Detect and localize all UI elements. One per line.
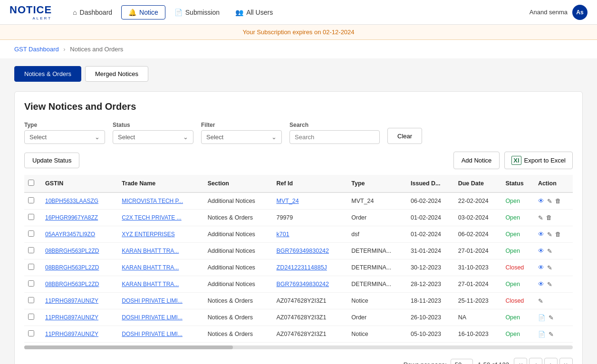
trade-name-link[interactable]: DOSHI PRIVATE LIMI... [122,314,183,321]
breadcrumb-home[interactable]: GST Dashboard [14,46,59,53]
gstin-link[interactable]: 08BBRGH563PL2ZD [45,281,99,287]
view-icon[interactable]: 👁 [538,248,544,254]
row-checkbox[interactable] [28,230,34,237]
select-all-checkbox[interactable] [28,180,34,186]
edit-icon[interactable]: ✎ [549,314,554,321]
trade-name-link[interactable]: MICROVISTA TECH P... [122,198,183,204]
pdf-icon[interactable]: 📄 [538,331,546,338]
notices-table-wrapper: GSTIN Trade Name Section Ref Id Type Iss… [24,175,573,343]
action-icons: ✎ [538,297,569,305]
th-type: Type [347,175,407,192]
issued-date-cell: 26-10-2023 [407,309,454,326]
first-page-button[interactable]: ‹‹ [514,358,527,364]
due-date-cell: 25-11-2023 [454,293,502,309]
edit-icon[interactable]: ✎ [547,198,552,205]
rows-per-page-select[interactable]: 50 ⌄ [451,359,473,364]
gstin-link[interactable]: 11PRHG897AUNIZY [45,297,98,304]
trade-name-link[interactable]: C2X TECH PRIVATE ... [122,214,181,221]
nav-all-users[interactable]: 👥 All Users [229,6,279,19]
trade-name-link[interactable]: KARAN BHATT TRA... [122,248,179,254]
export-excel-button[interactable]: X​l Export to Excel [504,152,573,169]
nav-dashboard-label: Dashboard [80,9,113,16]
delete-icon[interactable]: 🗑 [555,231,561,238]
gstin-link[interactable]: 10BPH5633LAASZG [45,198,98,204]
prev-page-button[interactable]: ‹ [529,358,542,364]
trade-name-link[interactable]: XYZ ENTERPRISES [122,231,174,238]
ref-id-link[interactable]: BGR769349830242 [277,248,329,254]
trade-name-link[interactable]: KARAN BHATT TRA... [122,281,179,287]
gstin-link[interactable]: 08BBRGH563PL2ZD [45,248,99,254]
row-checkbox[interactable] [28,330,34,336]
search-input-wrapper [289,130,380,144]
type-cell: DETERMINA... [347,243,407,259]
avatar[interactable]: As [572,5,587,20]
edit-icon[interactable]: ✎ [547,231,552,238]
row-checkbox[interactable] [28,314,34,320]
gstin-link[interactable]: 11PRHG897AUNIZY [45,314,98,321]
row-checkbox[interactable] [28,247,34,253]
gstin-link[interactable]: 11PRHG897AUNIZY [45,331,98,337]
filter-select[interactable]: Select ⌄ [201,130,282,144]
tab-notices-orders[interactable]: Notices & Orders [14,66,81,82]
edit-icon[interactable]: ✎ [547,248,552,255]
row-checkbox[interactable] [28,214,34,220]
view-icon[interactable]: 👁 [538,281,544,287]
edit-icon[interactable]: ✎ [547,281,552,288]
action-cell: 👁✎ [534,259,573,276]
horizontal-scrollbar[interactable] [24,343,573,352]
view-icon[interactable]: 👁 [538,198,544,204]
page-title: View Notices and Orders [24,101,573,112]
status-select[interactable]: Select ⌄ [113,130,193,144]
gstin-link[interactable]: 08BBRGH563PL2ZD [45,264,99,271]
gstin-cell: 11PRHG897AUNIZY [41,293,118,309]
last-page-button[interactable]: ›› [559,358,573,364]
next-page-button[interactable]: › [544,358,558,364]
breadcrumb-current: Notices and Orders [70,46,123,53]
nav-notice[interactable]: 🔔 Notice [121,5,165,19]
ref-id-link[interactable]: ZD241223114885J [277,264,327,271]
trade-name-link[interactable]: KARAN BHATT TRA... [122,264,179,271]
breadcrumb-separator: › [63,46,65,53]
doc-icon: 📄 [174,9,183,16]
search-input[interactable] [295,134,375,141]
tab-merged-notices[interactable]: Merged Notices [85,66,148,82]
clear-button[interactable]: Clear [387,128,422,144]
trade-name-link[interactable]: DOSHI PRIVATE LIMI... [122,331,183,337]
chevron-down-icon: ⌄ [95,134,100,141]
row-checkbox-cell [24,309,41,326]
type-select[interactable]: Select ⌄ [24,130,105,144]
trade-name-link[interactable]: DOSHI PRIVATE LIMI... [122,297,183,304]
view-icon[interactable]: 👁 [538,231,544,238]
ref-id-cell: AZ0747628Y2I3Z1 [273,293,348,309]
gstin-cell: 10BPH5633LAASZG [41,192,118,210]
edit-icon[interactable]: ✎ [547,264,552,271]
user-area: Anand senma As [530,5,587,20]
add-notice-button[interactable]: Add Notice [453,152,500,169]
th-action: Action [534,175,573,192]
nav-dashboard[interactable]: ⌂ Dashboard [66,6,119,19]
row-checkbox[interactable] [28,280,34,287]
row-checkbox[interactable] [28,297,34,303]
edit-icon[interactable]: ✎ [549,331,554,338]
edit-icon[interactable]: ✎ [538,297,543,305]
update-status-button[interactable]: Update Status [24,153,79,168]
ref-id-link[interactable]: BGR769349830242 [277,281,329,287]
ref-id-link[interactable]: k701 [277,231,289,238]
row-checkbox[interactable] [28,197,34,203]
delete-icon[interactable]: 🗑 [546,214,552,221]
chevron-down-icon: ⌄ [183,134,188,141]
nav-submission[interactable]: 📄 Submission [168,6,226,19]
action-icons: 👁✎🗑 [538,231,569,238]
pdf-icon[interactable]: 📄 [538,314,546,321]
edit-icon[interactable]: ✎ [538,214,543,221]
delete-icon[interactable]: 🗑 [555,198,561,204]
gstin-link[interactable]: 16PHGR9967YA8ZZ [45,214,98,221]
gstin-link[interactable]: 05AAYR3457LI9ZO [45,231,95,238]
due-date-cell: 31-10-2023 [454,259,502,276]
actions-row: Update Status Add Notice X​l Export to E… [24,152,573,169]
status-badge: Open [505,331,520,337]
trade-name-cell: KARAN BHATT TRA... [118,243,203,259]
row-checkbox[interactable] [28,264,34,270]
view-icon[interactable]: 👁 [538,264,544,271]
ref-id-link[interactable]: MVT_24 [277,198,299,204]
